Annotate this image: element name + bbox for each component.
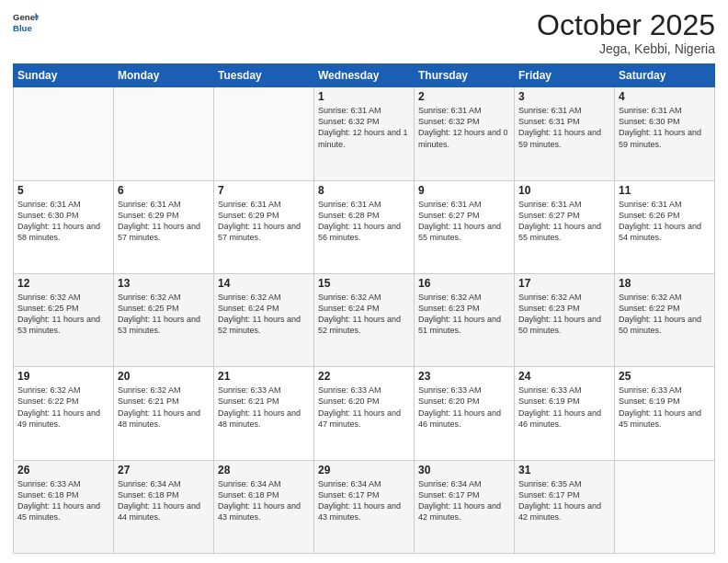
calendar-header-thursday: Thursday xyxy=(415,64,515,87)
day-number: 12 xyxy=(17,277,109,290)
day-info: Sunrise: 6:35 AM Sunset: 6:17 PM Dayligh… xyxy=(518,478,610,523)
day-info: Sunrise: 6:31 AM Sunset: 6:29 PM Dayligh… xyxy=(118,199,210,244)
day-number: 14 xyxy=(218,277,310,290)
calendar-cell: 12Sunrise: 6:32 AM Sunset: 6:25 PM Dayli… xyxy=(14,273,114,366)
day-info: Sunrise: 6:33 AM Sunset: 6:19 PM Dayligh… xyxy=(518,385,610,430)
svg-text:Blue: Blue xyxy=(13,23,32,33)
day-info: Sunrise: 6:31 AM Sunset: 6:27 PM Dayligh… xyxy=(418,199,510,244)
calendar-cell: 21Sunrise: 6:33 AM Sunset: 6:21 PM Dayli… xyxy=(214,367,314,460)
title-block: October 2025 Jega, Kebbi, Nigeria xyxy=(537,9,715,56)
day-number: 21 xyxy=(218,370,310,383)
calendar-cell: 20Sunrise: 6:32 AM Sunset: 6:21 PM Dayli… xyxy=(114,367,214,460)
day-number: 5 xyxy=(17,184,109,197)
svg-text:General: General xyxy=(13,12,39,22)
day-info: Sunrise: 6:31 AM Sunset: 6:26 PM Dayligh… xyxy=(619,199,711,244)
day-info: Sunrise: 6:31 AM Sunset: 6:31 PM Dayligh… xyxy=(518,105,610,150)
calendar-header-friday: Friday xyxy=(515,64,615,87)
day-info: Sunrise: 6:34 AM Sunset: 6:17 PM Dayligh… xyxy=(418,478,510,523)
calendar-cell: 28Sunrise: 6:34 AM Sunset: 6:18 PM Dayli… xyxy=(214,460,314,553)
calendar-cell xyxy=(214,87,314,180)
day-number: 7 xyxy=(218,184,310,197)
day-number: 31 xyxy=(518,464,610,477)
calendar-cell: 10Sunrise: 6:31 AM Sunset: 6:27 PM Dayli… xyxy=(515,180,615,273)
calendar-cell: 9Sunrise: 6:31 AM Sunset: 6:27 PM Daylig… xyxy=(415,180,515,273)
calendar-location: Jega, Kebbi, Nigeria xyxy=(537,41,715,56)
day-info: Sunrise: 6:32 AM Sunset: 6:25 PM Dayligh… xyxy=(17,292,109,337)
calendar-week-row: 19Sunrise: 6:32 AM Sunset: 6:22 PM Dayli… xyxy=(14,367,715,460)
calendar-cell: 30Sunrise: 6:34 AM Sunset: 6:17 PM Dayli… xyxy=(415,460,515,553)
day-info: Sunrise: 6:31 AM Sunset: 6:28 PM Dayligh… xyxy=(318,199,410,244)
calendar-cell: 19Sunrise: 6:32 AM Sunset: 6:22 PM Dayli… xyxy=(14,367,114,460)
day-number: 19 xyxy=(17,370,109,383)
day-number: 9 xyxy=(418,184,510,197)
calendar-week-row: 12Sunrise: 6:32 AM Sunset: 6:25 PM Dayli… xyxy=(14,273,715,366)
day-info: Sunrise: 6:34 AM Sunset: 6:18 PM Dayligh… xyxy=(218,478,310,523)
day-info: Sunrise: 6:33 AM Sunset: 6:21 PM Dayligh… xyxy=(218,385,310,430)
calendar-header-sunday: Sunday xyxy=(14,64,114,87)
day-info: Sunrise: 6:33 AM Sunset: 6:18 PM Dayligh… xyxy=(17,478,109,523)
day-number: 27 xyxy=(118,464,210,477)
day-number: 23 xyxy=(418,370,510,383)
day-info: Sunrise: 6:32 AM Sunset: 6:24 PM Dayligh… xyxy=(218,292,310,337)
calendar-cell: 3Sunrise: 6:31 AM Sunset: 6:31 PM Daylig… xyxy=(515,87,615,180)
calendar-cell: 18Sunrise: 6:32 AM Sunset: 6:22 PM Dayli… xyxy=(615,273,715,366)
day-info: Sunrise: 6:34 AM Sunset: 6:17 PM Dayligh… xyxy=(318,478,410,523)
day-info: Sunrise: 6:32 AM Sunset: 6:22 PM Dayligh… xyxy=(619,292,711,337)
calendar-week-row: 5Sunrise: 6:31 AM Sunset: 6:30 PM Daylig… xyxy=(14,180,715,273)
calendar-cell: 17Sunrise: 6:32 AM Sunset: 6:23 PM Dayli… xyxy=(515,273,615,366)
calendar-header-row: SundayMondayTuesdayWednesdayThursdayFrid… xyxy=(14,64,715,87)
calendar-week-row: 1Sunrise: 6:31 AM Sunset: 6:32 PM Daylig… xyxy=(14,87,715,180)
calendar-header-tuesday: Tuesday xyxy=(214,64,314,87)
day-info: Sunrise: 6:31 AM Sunset: 6:30 PM Dayligh… xyxy=(17,199,109,244)
day-number: 17 xyxy=(518,277,610,290)
calendar-cell: 16Sunrise: 6:32 AM Sunset: 6:23 PM Dayli… xyxy=(415,273,515,366)
calendar-cell: 4Sunrise: 6:31 AM Sunset: 6:30 PM Daylig… xyxy=(615,87,715,180)
day-info: Sunrise: 6:31 AM Sunset: 6:29 PM Dayligh… xyxy=(218,199,310,244)
calendar-cell: 6Sunrise: 6:31 AM Sunset: 6:29 PM Daylig… xyxy=(114,180,214,273)
day-number: 4 xyxy=(619,90,711,103)
calendar-header-wednesday: Wednesday xyxy=(314,64,415,87)
day-number: 18 xyxy=(619,277,711,290)
day-info: Sunrise: 6:31 AM Sunset: 6:27 PM Dayligh… xyxy=(518,199,610,244)
day-number: 25 xyxy=(619,370,711,383)
calendar-cell: 24Sunrise: 6:33 AM Sunset: 6:19 PM Dayli… xyxy=(515,367,615,460)
calendar-cell: 13Sunrise: 6:32 AM Sunset: 6:25 PM Dayli… xyxy=(114,273,214,366)
day-info: Sunrise: 6:32 AM Sunset: 6:23 PM Dayligh… xyxy=(418,292,510,337)
day-info: Sunrise: 6:33 AM Sunset: 6:20 PM Dayligh… xyxy=(318,385,410,430)
calendar-cell: 11Sunrise: 6:31 AM Sunset: 6:26 PM Dayli… xyxy=(615,180,715,273)
generalblue-logo-icon: General Blue xyxy=(13,9,39,35)
calendar-cell: 29Sunrise: 6:34 AM Sunset: 6:17 PM Dayli… xyxy=(314,460,415,553)
day-number: 26 xyxy=(17,464,109,477)
calendar-cell: 14Sunrise: 6:32 AM Sunset: 6:24 PM Dayli… xyxy=(214,273,314,366)
day-number: 6 xyxy=(118,184,210,197)
day-number: 28 xyxy=(218,464,310,477)
day-info: Sunrise: 6:33 AM Sunset: 6:19 PM Dayligh… xyxy=(619,385,711,430)
day-info: Sunrise: 6:32 AM Sunset: 6:25 PM Dayligh… xyxy=(118,292,210,337)
calendar-cell: 27Sunrise: 6:34 AM Sunset: 6:18 PM Dayli… xyxy=(114,460,214,553)
calendar-cell: 23Sunrise: 6:33 AM Sunset: 6:20 PM Dayli… xyxy=(415,367,515,460)
day-number: 20 xyxy=(118,370,210,383)
calendar-cell: 2Sunrise: 6:31 AM Sunset: 6:32 PM Daylig… xyxy=(415,87,515,180)
day-number: 8 xyxy=(318,184,410,197)
calendar-table: SundayMondayTuesdayWednesdayThursdayFrid… xyxy=(13,63,715,554)
day-number: 2 xyxy=(418,90,510,103)
calendar-header-saturday: Saturday xyxy=(615,64,715,87)
calendar-cell: 31Sunrise: 6:35 AM Sunset: 6:17 PM Dayli… xyxy=(515,460,615,553)
logo: General Blue xyxy=(13,9,39,35)
calendar-cell: 22Sunrise: 6:33 AM Sunset: 6:20 PM Dayli… xyxy=(314,367,415,460)
header: General Blue October 2025 Jega, Kebbi, N… xyxy=(13,9,715,56)
day-number: 10 xyxy=(518,184,610,197)
day-info: Sunrise: 6:31 AM Sunset: 6:32 PM Dayligh… xyxy=(318,105,410,150)
day-number: 22 xyxy=(318,370,410,383)
day-info: Sunrise: 6:32 AM Sunset: 6:23 PM Dayligh… xyxy=(518,292,610,337)
calendar-title: October 2025 xyxy=(537,9,715,41)
calendar-header-monday: Monday xyxy=(114,64,214,87)
calendar-cell: 1Sunrise: 6:31 AM Sunset: 6:32 PM Daylig… xyxy=(314,87,415,180)
calendar-cell xyxy=(14,87,114,180)
calendar-cell xyxy=(615,460,715,553)
calendar-cell xyxy=(114,87,214,180)
calendar-cell: 26Sunrise: 6:33 AM Sunset: 6:18 PM Dayli… xyxy=(14,460,114,553)
day-number: 30 xyxy=(418,464,510,477)
day-info: Sunrise: 6:31 AM Sunset: 6:30 PM Dayligh… xyxy=(619,105,711,150)
day-info: Sunrise: 6:32 AM Sunset: 6:21 PM Dayligh… xyxy=(118,385,210,430)
